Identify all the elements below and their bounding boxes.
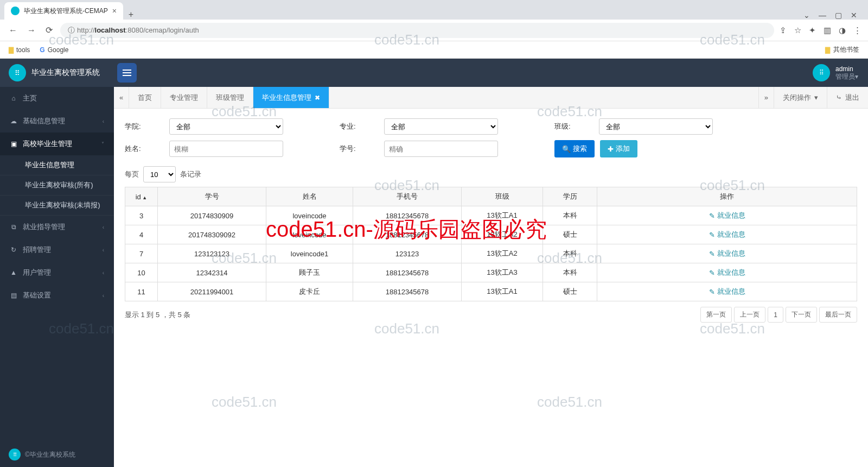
select-major[interactable]: 全部 [384, 118, 498, 135]
side-panel-icon[interactable]: ▥ [824, 26, 831, 35]
label-college: 学院: [125, 122, 163, 131]
user-name: admin [835, 65, 858, 73]
sidebar: ⌂主页☁基础信息管理‹▣高校毕业生管理˅毕业生信息管理毕业生离校审核(所有)毕业… [0, 87, 114, 467]
col-header[interactable]: 姓名 [266, 187, 353, 206]
input-sno[interactable] [384, 141, 498, 157]
col-header[interactable]: 学历 [543, 187, 597, 206]
page-next[interactable]: 下一页 [786, 307, 817, 323]
select-college[interactable]: 全部 [169, 118, 283, 135]
close-icon[interactable]: × [112, 7, 117, 15]
plus-icon: ✚ [608, 145, 614, 153]
bookmark-other[interactable]: ▇其他书签 [825, 45, 859, 54]
sidebar-subitem-1[interactable]: 毕业生离校审核(所有) [0, 175, 114, 195]
tab-1[interactable]: 专业管理 [161, 87, 207, 108]
chevron-icon: ‹ [103, 270, 104, 276]
tabs-scroll-right[interactable]: » [758, 87, 774, 108]
window-close-icon[interactable]: ✕ [851, 11, 857, 20]
edit-icon: ✎ [709, 269, 715, 277]
page-first[interactable]: 第一页 [700, 307, 732, 323]
bookmark-google[interactable]: GGoogle [40, 46, 68, 54]
sidebar-item-3[interactable]: ⧉就业指导管理‹ [0, 216, 114, 238]
cell-edu: 本科 [543, 206, 597, 225]
user-menu[interactable]: ⠿ admin 管理员▾ [813, 64, 868, 81]
col-header[interactable]: 手机号 [353, 187, 462, 206]
page-number[interactable]: 1 [768, 307, 783, 323]
label-sno: 学号: [340, 144, 378, 154]
share-icon[interactable]: ⇪ [780, 26, 787, 35]
select-class[interactable]: 全部 [599, 118, 713, 135]
cell-class: 13软工A3 [462, 263, 543, 282]
nav-back-icon[interactable]: ← [7, 23, 20, 37]
sidebar-subitem-0[interactable]: 毕业生信息管理 [0, 155, 114, 175]
window-dropdown-icon[interactable]: ⌄ [803, 11, 810, 20]
bookmark-tools[interactable]: ▇tools [9, 46, 30, 54]
chevron-icon: ‹ [103, 224, 104, 230]
url-input[interactable]: ⓘ http://localhost:8080/cemap/login/auth [60, 23, 774, 38]
job-info-link[interactable]: ✎就业信息 [709, 268, 745, 277]
nav-icon: ☁ [10, 117, 17, 125]
sidebar-item-1[interactable]: ☁基础信息管理‹ [0, 110, 114, 132]
url-text: http://localhost:8080/cemap/login/auth [77, 26, 199, 34]
page-prev[interactable]: 上一页 [734, 307, 765, 323]
extensions-icon[interactable]: ✦ [809, 26, 816, 35]
per-page-select[interactable]: 10 [143, 166, 176, 182]
sidebar-subitem-2[interactable]: 毕业生离校审核(未填报) [0, 195, 114, 216]
logout-button[interactable]: ⤷退出 [827, 87, 868, 108]
cell-ops: ✎就业信息 [597, 244, 857, 263]
tab-0[interactable]: 首页 [129, 87, 161, 108]
cell-name: loveincode [266, 225, 353, 244]
page-last[interactable]: 最后一页 [819, 307, 857, 323]
app-logo[interactable]: ⠿ 毕业生离校管理系统 [0, 64, 114, 81]
col-header[interactable]: id ▲ [125, 187, 158, 206]
cell-id: 4 [125, 225, 158, 244]
tabs-scroll-left[interactable]: « [114, 87, 129, 108]
sidebar-item-2[interactable]: ▣高校毕业生管理˅ [0, 132, 114, 155]
profile-icon[interactable]: ◑ [839, 26, 846, 35]
sidebar-item-6[interactable]: ▤基础设置‹ [0, 284, 114, 307]
cell-id: 10 [125, 263, 158, 282]
job-info-link[interactable]: ✎就业信息 [709, 287, 745, 296]
cell-name: 顾子玉 [266, 263, 353, 282]
nav-reload-icon[interactable]: ⟳ [43, 23, 55, 37]
cell-sno: 123123123 [158, 244, 266, 263]
footer-logo-icon: ⠿ [9, 449, 21, 460]
add-button[interactable]: ✚添加 [600, 140, 637, 157]
site-info-icon[interactable]: ⓘ [68, 26, 75, 35]
tab-2[interactable]: 班级管理 [207, 87, 253, 108]
col-header[interactable]: 操作 [597, 187, 857, 206]
browser-tab[interactable]: 毕业生离校管理系统-CEMAP × [4, 2, 123, 20]
address-bar: ← → ⟳ ⓘ http://localhost:8080/cemap/logi… [0, 20, 868, 41]
search-button[interactable]: 🔍搜索 [554, 140, 595, 157]
label-class: 班级: [554, 122, 592, 131]
input-name[interactable] [169, 141, 283, 157]
job-info-link[interactable]: ✎就业信息 [709, 249, 745, 258]
sidebar-item-5[interactable]: ▲用户管理‹ [0, 261, 114, 284]
sidebar-item-4[interactable]: ↻招聘管理‹ [0, 238, 114, 261]
nav-forward-icon[interactable]: → [25, 23, 38, 37]
cell-phone: 18812345678 [353, 282, 462, 301]
menu-dots-icon[interactable]: ⋮ [853, 26, 861, 35]
per-page-prefix: 每页 [125, 169, 139, 179]
close-icon[interactable]: ✖ [315, 94, 320, 102]
nav-label: 高校毕业生管理 [23, 139, 72, 149]
job-info-link[interactable]: ✎就业信息 [709, 230, 745, 239]
window-maximize-icon[interactable]: ▢ [835, 11, 842, 20]
browser-tab-strip: 毕业生离校管理系统-CEMAP × + ⌄ — ▢ ✕ [0, 0, 868, 20]
tab-title: 毕业生离校管理系统-CEMAP [24, 7, 108, 16]
sidebar-item-0[interactable]: ⌂主页 [0, 87, 114, 110]
new-tab-button[interactable]: + [123, 10, 139, 20]
cell-sno: 20211994001 [158, 282, 266, 301]
caret-down-icon: ▾ [814, 93, 818, 102]
window-minimize-icon[interactable]: — [819, 11, 826, 20]
app-title: 毕业生离校管理系统 [31, 68, 100, 78]
chevron-icon: ‹ [103, 118, 104, 124]
sidebar-toggle-button[interactable] [117, 63, 137, 83]
tab-graduate-info[interactable]: 毕业生信息管理 ✖ [253, 87, 329, 108]
nav-icon: ⌂ [10, 94, 17, 102]
col-header[interactable]: 班级 [462, 187, 543, 206]
bookmark-star-icon[interactable]: ☆ [794, 26, 801, 35]
job-info-link[interactable]: ✎就业信息 [709, 211, 745, 220]
user-role: 管理员▾ [835, 73, 858, 80]
tabs-close-ops[interactable]: 关闭操作▾ [774, 87, 827, 108]
col-header[interactable]: 学号 [158, 187, 266, 206]
